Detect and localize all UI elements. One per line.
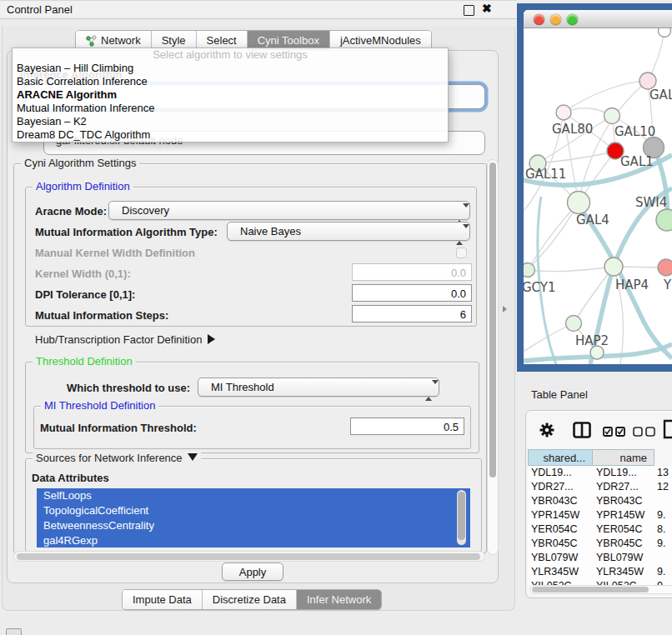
table-cell: 9. [654, 579, 672, 585]
hub-definition-toggle[interactable]: Hub/Transcription Factor Definition [35, 333, 215, 346]
algorithm-option-aracne-algorithm[interactable]: ARACNE Algorithm [13, 88, 448, 102]
kernel-width-label: Kernel Width (0,1): [35, 268, 131, 280]
table-cell: YER054C [528, 522, 593, 537]
attribute-item-betweennesscentrality[interactable]: BetweennessCentrality [37, 518, 470, 533]
cyni-bottom-tabs: Impute DataDiscretize DataInfer Network [122, 589, 382, 610]
manual-kernel-checkbox[interactable] [456, 248, 467, 258]
node-label-gcy1: GCY1 [524, 280, 556, 295]
attribute-item-selfloops[interactable]: SelfLoops [37, 488, 470, 503]
mi-type-select[interactable]: Naive Bayes [227, 222, 470, 241]
checked-checkboxes-icon[interactable] [603, 425, 626, 440]
minimized-panel-icon[interactable] [6, 628, 22, 635]
network-edge [564, 81, 648, 112]
node-unlabeled-top[interactable] [659, 28, 671, 38]
bottom-tab-discretize-data[interactable]: Discretize Data [203, 590, 297, 609]
table-cell: YBL079W [593, 551, 654, 565]
column-header-shared-[interactable]: shared... [528, 449, 593, 466]
network-graph: GALGAL80GAL10GAL1GAL11SWI4GAL4GCY1HAP4YH… [524, 28, 672, 364]
table-cell: YIL052C [593, 579, 654, 585]
mi-threshold-label: Mutual Information Threshold: [40, 422, 197, 434]
scrollbar-thumb[interactable] [532, 587, 649, 592]
kernel-width-field[interactable]: 0.0 [352, 263, 472, 281]
table-cell: 9. [654, 565, 672, 579]
attribute-item-gal4rgexp[interactable]: gal4RGexp [37, 533, 470, 548]
list-scrollbar[interactable] [457, 490, 466, 545]
split-pane-handle[interactable] [503, 306, 507, 312]
minimize-traffic-light[interactable] [550, 14, 561, 25]
table-row[interactable]: YBR045CYBR045C9. [528, 537, 672, 551]
which-threshold-select[interactable]: MI Threshold [198, 378, 439, 397]
node-label-gal80: GAL80 [552, 122, 593, 137]
table-row[interactable]: YIL052CYIL052C9. [528, 579, 672, 585]
gear-icon[interactable] [539, 422, 554, 441]
float-window-icon[interactable] [464, 5, 474, 16]
algorithm-option-bayesian-k2[interactable]: Bayesian – K2 [13, 115, 448, 128]
zoom-traffic-light[interactable] [567, 14, 578, 25]
node-gal4[interactable] [568, 192, 590, 214]
table-row[interactable]: YPR145WYPR145W9. [528, 508, 672, 522]
data-attributes-label: Data Attributes [32, 472, 109, 484]
node-hap2[interactable] [566, 316, 582, 332]
attribute-item-topologicalcoefficient[interactable]: TopologicalCoefficient [37, 503, 470, 518]
tab-label: Style [162, 34, 186, 47]
table-cell: YBR045C [528, 537, 593, 551]
node-salmon[interactable] [658, 259, 672, 276]
mi-type-label: Mutual Information Algorithm Type: [35, 226, 218, 238]
unchecked-checkboxes-icon[interactable] [633, 425, 656, 440]
settings-vertical-scrollbar[interactable] [487, 159, 499, 555]
scrollbar-thumb[interactable] [458, 492, 465, 540]
column-panes-icon[interactable] [573, 422, 591, 442]
table-cell: YDR27... [593, 480, 654, 494]
sources-toggle[interactable]: Sources for Network Inference [33, 452, 201, 464]
algorithm-option-mutual-information-inference[interactable]: Mutual Information Inference [13, 102, 448, 115]
table-row[interactable]: YBR043CYBR043C [528, 494, 672, 508]
network-canvas[interactable]: GALGAL80GAL10GAL1GAL11SWI4GAL4GCY1HAP4YH… [524, 28, 672, 364]
scrollbar-thumb[interactable] [489, 162, 496, 478]
node-label-gal11: GAL11 [525, 167, 566, 182]
table-panel-card: shared...nameA YDL19...YDL19...13YDR27..… [525, 410, 672, 598]
mi-steps-field[interactable]: 6 [352, 305, 472, 322]
node-gal-partial[interactable] [639, 72, 656, 89]
node-label-gal: GAL [649, 88, 672, 102]
mi-threshold-field[interactable]: 0.5 [350, 418, 464, 435]
node-label-y: Y [663, 278, 672, 292]
table-horizontal-scrollbar[interactable] [529, 585, 672, 594]
table-row[interactable]: YBL079WYBL079W [528, 551, 672, 565]
table-row[interactable]: YDL19...YDL19...13 [528, 466, 672, 480]
node-hap4[interactable] [604, 258, 623, 276]
dpi-tolerance-label: DPI Tolerance [0,1]: [35, 288, 135, 301]
bottom-tab-impute-data[interactable]: Impute Data [123, 590, 203, 609]
bottom-tab-infer-network[interactable]: Infer Network [297, 590, 381, 609]
algorithm-option-dream8-dc-tdc-algorithm[interactable]: Dream8 DC_TDC Algorithm [13, 128, 448, 142]
node-gal80[interactable] [556, 105, 571, 120]
popup-item-list: Bayesian – Hill ClimbingBasic Correlatio… [13, 62, 448, 142]
hub-definition-label: Hub/Transcription Factor Definition [35, 333, 202, 346]
apply-button[interactable]: Apply [222, 562, 283, 581]
algorithm-option-bayesian-hill-climbing[interactable]: Bayesian – Hill Climbing [13, 62, 448, 75]
close-icon[interactable]: ✖ [482, 2, 492, 15]
scrollbar-thumb[interactable] [17, 553, 480, 560]
table-row[interactable]: YDR27...YDR27...12 [528, 480, 672, 494]
table-cell: 12 [654, 480, 672, 494]
close-traffic-light[interactable] [534, 14, 544, 25]
table-cell: YDL19... [593, 466, 654, 480]
node-gcy1[interactable] [524, 263, 535, 278]
column-header-name[interactable]: name [593, 449, 654, 466]
table-row[interactable]: YER054CYER054C8. [528, 522, 672, 537]
stepper-arrows-icon [425, 382, 432, 400]
aracne-mode-select[interactable]: Discovery [108, 201, 470, 220]
network-window-titlebar[interactable] [524, 10, 672, 28]
table-cell: YPR145W [593, 508, 654, 522]
document-icon[interactable] [663, 419, 672, 442]
group-title: Threshold Definition [33, 355, 136, 368]
table-row[interactable]: YLR345WYLR345W9. [528, 565, 672, 579]
algorithm-option-basic-correlation-inference[interactable]: Basic Correlation Inference [13, 75, 448, 88]
table-cell: YBR045C [593, 537, 654, 551]
table-panel-title: Table Panel [531, 388, 588, 401]
dpi-tolerance-field[interactable]: 0.0 [352, 284, 472, 302]
group-title: Algorithm Definition [33, 180, 133, 192]
settings-horizontal-scrollbar[interactable] [13, 551, 485, 562]
table-cell: YDL19... [528, 466, 593, 480]
node-gal10[interactable] [604, 108, 620, 124]
node-swi4[interactable] [656, 209, 672, 231]
